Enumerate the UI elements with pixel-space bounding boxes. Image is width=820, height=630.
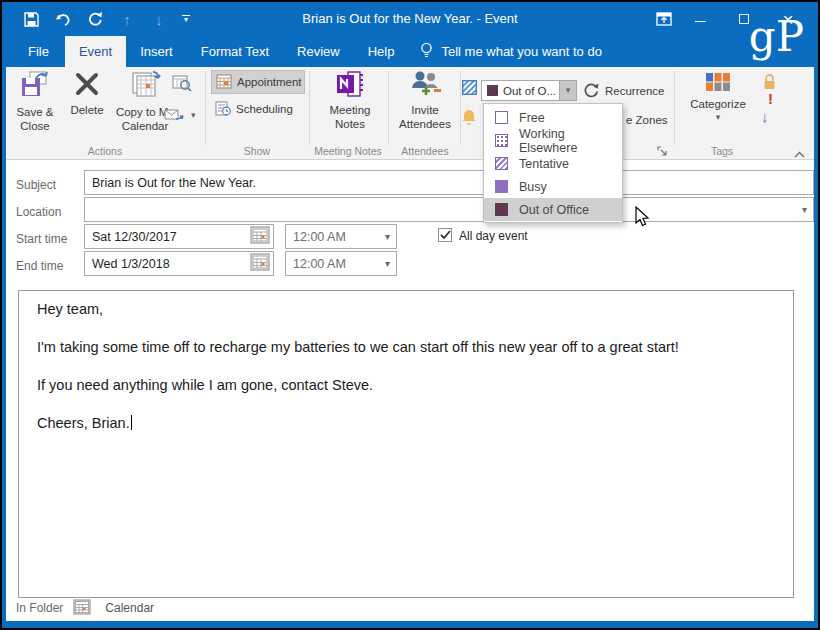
working-elsewhere-swatch-icon [495, 134, 508, 147]
reminder-bell-icon [461, 109, 477, 128]
show-as-dropdown-button[interactable]: ▾ [559, 81, 576, 100]
categorize-icon [705, 72, 731, 94]
infobar: In Folder Calendar [16, 599, 154, 617]
minimize-button[interactable] [678, 2, 722, 36]
menu-item-busy[interactable]: Busy [484, 175, 622, 198]
tab-insert[interactable]: Insert [126, 36, 187, 67]
recurrence-button[interactable]: Recurrence [583, 79, 664, 103]
tab-review[interactable]: Review [283, 36, 354, 67]
tell-me-label: Tell me what you want to do [441, 44, 601, 59]
forward-icon[interactable]: ▾ [164, 103, 196, 127]
low-importance-icon[interactable]: ↓ [761, 108, 769, 125]
subject-label: Subject [16, 178, 56, 192]
start-date-picker-icon[interactable] [250, 226, 270, 247]
show-as-combobox[interactable]: Out of O... ▾ [481, 80, 577, 101]
subject-input[interactable]: Brian is Out for the New Year. [84, 170, 814, 195]
body-paragraph: I'm taking some time off to recharge my … [37, 339, 773, 356]
subject-value: Brian is Out for the New Year. [85, 176, 256, 190]
tab-event[interactable]: Event [65, 36, 126, 67]
lightbulb-icon [420, 42, 433, 62]
out-of-office-swatch-icon [495, 203, 508, 216]
location-input[interactable]: ▾ [84, 197, 814, 222]
menu-item-working-elsewhere[interactable]: Working Elsewhere [484, 129, 622, 152]
ribbon: Save & Close Delete Copy to My Calendar … [6, 67, 814, 160]
appointment-icon [216, 74, 232, 91]
end-time-combobox[interactable]: 12:00 AM ▾ [285, 251, 397, 276]
open-calendar-icon[interactable] [172, 71, 192, 95]
tab-help[interactable]: Help [354, 36, 409, 67]
end-time-label: End time [16, 259, 63, 273]
redo-icon[interactable] [86, 10, 104, 28]
end-time-caret: ▾ [385, 258, 396, 269]
location-label: Location [16, 205, 61, 219]
show-as-icon [462, 80, 477, 97]
window-frame: ↑ ↓ ▾ Brian is Out for the New Year. - E… [2, 2, 818, 628]
show-as-dropdown-menu: Free Working Elsewhere Tentative Busy Ou… [483, 103, 623, 223]
delete-button[interactable]: Delete [62, 70, 112, 138]
onenote-icon [334, 70, 366, 100]
window-title: Brian is Out for the New Year. - Event [202, 11, 618, 26]
categorize-button[interactable]: Categorize ▾ [678, 70, 758, 138]
attendees-people-icon [407, 70, 443, 100]
end-date-picker-icon[interactable] [250, 253, 270, 274]
message-body-editor[interactable]: Hey team, I'm taking some time off to re… [18, 290, 794, 598]
start-time-value: 12:00 AM [286, 230, 346, 244]
location-dropdown-caret[interactable]: ▾ [802, 204, 813, 215]
actions-group-label: Actions [8, 145, 202, 157]
end-date-value: Wed 1/3/2018 [85, 257, 170, 271]
scheduling-icon [215, 101, 231, 118]
start-date-value: Sat 12/30/2017 [85, 230, 177, 244]
menu-item-out-of-office[interactable]: Out of Office [484, 198, 622, 221]
out-of-office-swatch [487, 85, 498, 96]
groovypost-logo: gP [749, 18, 804, 56]
all-day-event-label[interactable]: All day event [459, 229, 528, 243]
event-form: Subject Brian is Out for the New Year. L… [6, 160, 814, 621]
mouse-cursor [632, 206, 652, 232]
body-paragraph: If you need anything while I am gone, co… [37, 377, 773, 394]
scheduling-button[interactable]: Scheduling [211, 97, 305, 121]
title-bar: ↑ ↓ ▾ Brian is Out for the New Year. - E… [2, 2, 818, 36]
categorize-caret: ▾ [716, 113, 721, 122]
options-dialog-launcher-icon[interactable] [657, 146, 667, 158]
appointment-button[interactable]: Appointment [211, 70, 305, 94]
save-icon[interactable] [22, 10, 40, 28]
customize-qat-icon[interactable]: ▾ [182, 15, 190, 23]
tentative-swatch-icon [495, 157, 508, 170]
tell-me-box[interactable]: Tell me what you want to do [420, 36, 601, 67]
tab-file[interactable]: File [12, 36, 65, 67]
in-folder-label: In Folder [16, 601, 63, 615]
show-group-label: Show [209, 145, 305, 157]
start-time-label: Start time [16, 232, 67, 246]
collapse-ribbon-icon[interactable] [794, 148, 805, 160]
time-zones-button[interactable]: e Zones [626, 108, 668, 132]
end-date-input[interactable]: Wed 1/3/2018 [84, 251, 274, 276]
ribbon-tab-row: File Event Insert Format Text Review Hel… [6, 36, 814, 67]
meeting-notes-button[interactable]: Meeting Notes [314, 70, 386, 138]
folder-calendar-icon [73, 599, 91, 618]
end-time-value: 12:00 AM [286, 257, 346, 271]
menu-item-tentative[interactable]: Tentative [484, 152, 622, 175]
forward-dropdown-caret: ▾ [191, 111, 196, 120]
start-time-combobox[interactable]: 12:00 AM ▾ [285, 224, 397, 249]
move-down-icon[interactable]: ↓ [150, 10, 168, 28]
start-date-input[interactable]: Sat 12/30/2017 [84, 224, 274, 249]
tags-group-label: Tags [680, 145, 764, 157]
folder-name[interactable]: Calendar [105, 601, 154, 615]
all-day-event-checkbox[interactable] [438, 228, 452, 242]
invite-attendees-button[interactable]: Invite Attendees [393, 70, 457, 138]
save-and-close-icon [18, 70, 52, 102]
busy-swatch-icon [495, 180, 508, 193]
body-paragraph: Cheers, Brian. [37, 415, 773, 432]
recurrence-icon [583, 82, 600, 100]
meeting-notes-group-label: Meeting Notes [309, 145, 387, 157]
move-up-icon[interactable]: ↑ [118, 10, 136, 28]
undo-icon[interactable] [54, 10, 72, 28]
tab-format-text[interactable]: Format Text [187, 36, 283, 67]
save-and-close-button[interactable]: Save & Close [8, 70, 62, 138]
quick-access-toolbar: ↑ ↓ ▾ [22, 7, 190, 31]
attendees-group-label: Attendees [391, 145, 459, 157]
show-as-value: Out of O... [503, 85, 559, 97]
high-importance-icon[interactable]: ! [768, 90, 773, 107]
free-swatch-icon [495, 111, 508, 124]
text-caret [131, 415, 133, 430]
